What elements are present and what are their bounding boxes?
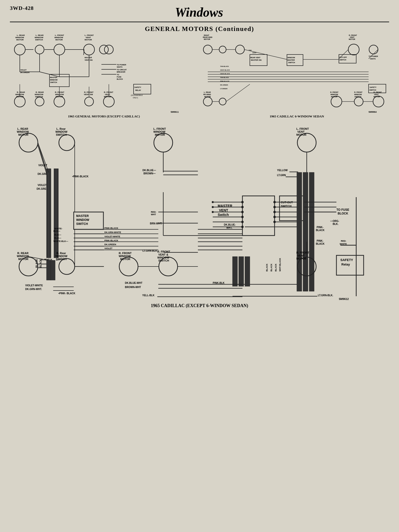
svg-text:SWITCH: SWITCH bbox=[76, 222, 88, 226]
svg-text:LT.GRN-BLK.: LT.GRN-BLK. bbox=[318, 294, 333, 297]
svg-text:VENT SW.: VENT SW. bbox=[85, 59, 93, 61]
svg-text:REAR WND: REAR WND bbox=[203, 36, 212, 38]
svg-text:MASTER: MASTER bbox=[50, 77, 57, 78]
svg-text:MOTOR: MOTOR bbox=[349, 38, 355, 40]
svg-text:R. FRONT: R. FRONT bbox=[119, 252, 132, 255]
svg-text:SAFETY: SAFETY bbox=[370, 86, 376, 88]
svg-text:MOTOR: MOTOR bbox=[296, 257, 306, 260]
svg-text:MASTER: MASTER bbox=[85, 57, 92, 58]
svg-text:SAFETY: SAFETY bbox=[340, 258, 353, 262]
svg-line-337 bbox=[38, 143, 49, 172]
svg-text:R. FRONT: R. FRONT bbox=[330, 91, 339, 93]
svg-text:SWITCH: SWITCH bbox=[339, 59, 346, 61]
svg-text:WINDOW: WINDOW bbox=[119, 255, 131, 258]
svg-text:WINDOW: WINDOW bbox=[17, 255, 29, 258]
svg-text:5M9611: 5M9611 bbox=[171, 111, 179, 113]
svg-text:VENT: VENT bbox=[350, 36, 354, 38]
top-diagrams: L. REAR WINDOW MOTOR L. REAR WINDOW SWIT… bbox=[10, 35, 389, 121]
svg-text:VENT: VENT bbox=[219, 208, 228, 212]
svg-text:RR WIND: RR WIND bbox=[203, 94, 211, 95]
svg-text:BLK—: BLK— bbox=[53, 230, 60, 232]
svg-point-71 bbox=[99, 45, 108, 54]
svg-text:WINDOW: WINDOW bbox=[50, 79, 58, 81]
svg-text:BROWN-WHT: BROWN-WHT bbox=[125, 286, 141, 289]
svg-text:SAFETY: SAFETY bbox=[134, 86, 141, 88]
svg-text:SWITCH: SWITCH bbox=[35, 96, 43, 98]
left-diagram-svg: L. REAR WINDOW MOTOR L. REAR WINDOW SWIT… bbox=[10, 35, 198, 114]
svg-text:VENTS: VENTS bbox=[370, 58, 376, 60]
svg-text:R. FRONT: R. FRONT bbox=[296, 251, 309, 254]
svg-point-112 bbox=[331, 96, 342, 107]
svg-text:L. REAR: L. REAR bbox=[17, 127, 28, 130]
svg-text:R. FRONT: R. FRONT bbox=[374, 91, 382, 93]
svg-text:L. FRONT: L. FRONT bbox=[153, 127, 166, 130]
svg-text:SWITCH: SWITCH bbox=[158, 259, 169, 262]
svg-point-0 bbox=[14, 44, 25, 55]
svg-text:WINDOW: WINDOW bbox=[153, 130, 165, 133]
svg-text:L. FRONT: L. FRONT bbox=[85, 35, 94, 36]
svg-text:R. REAR: R. REAR bbox=[36, 91, 44, 93]
svg-text:L. REAR: L. REAR bbox=[17, 35, 25, 36]
svg-text:VENT: VENT bbox=[105, 93, 110, 96]
svg-rect-182 bbox=[47, 260, 51, 280]
svg-point-299 bbox=[241, 201, 244, 203]
svg-text:WHITE-: WHITE- bbox=[54, 227, 62, 230]
svg-text:MOTOR: MOTOR bbox=[18, 258, 28, 261]
page: 3WD-428 Windows GENERAL MOTORS (Continue… bbox=[0, 0, 399, 532]
svg-text:PINK-: PINK- bbox=[317, 239, 323, 242]
main-diagram-caption: 1965 CADILLAC (EXCEPT 6-WINDOW SEDAN) bbox=[10, 303, 389, 308]
svg-point-79 bbox=[348, 44, 359, 55]
svg-text:BROWN—: BROWN— bbox=[143, 172, 156, 175]
svg-point-304 bbox=[241, 226, 244, 228]
svg-text:MOTOR: MOTOR bbox=[331, 96, 337, 98]
svg-text:VENT: VENT bbox=[86, 36, 91, 39]
svg-text:RED-: RED- bbox=[341, 240, 346, 242]
svg-point-44 bbox=[35, 97, 44, 106]
page-header: 3WD-428 Windows bbox=[10, 5, 389, 22]
svg-text:SWITCH: SWITCH bbox=[35, 39, 43, 41]
svg-text:BLK.: BLK. bbox=[333, 223, 339, 225]
svg-text:VIOLET-WHITE: VIOLET-WHITE bbox=[25, 284, 43, 287]
svg-text:L. REAR: L. REAR bbox=[36, 35, 44, 36]
svg-text:(OLDSMOBILE: (OLDSMOBILE bbox=[131, 94, 143, 96]
svg-text:BLK—: BLK— bbox=[54, 237, 61, 239]
svg-text:WINDOW: WINDOW bbox=[76, 218, 89, 222]
svg-text:LT.GRN-BLK: LT.GRN-BLK bbox=[142, 249, 157, 252]
svg-text:BREAKER: BREAKER bbox=[117, 71, 125, 73]
svg-text:5M9612: 5M9612 bbox=[339, 297, 349, 300]
svg-text:TAN-BLACK: TAN-BLACK bbox=[220, 66, 229, 67]
svg-text:BLOCK: BLOCK bbox=[338, 212, 348, 215]
svg-text:BRN-WHT.: BRN-WHT. bbox=[150, 222, 162, 225]
svg-point-302 bbox=[241, 216, 244, 218]
svg-text:MASTER: MASTER bbox=[287, 59, 295, 61]
svg-text:Relay: Relay bbox=[341, 263, 350, 266]
svg-text:MOTOR: MOTOR bbox=[16, 96, 24, 98]
svg-point-111 bbox=[219, 98, 226, 105]
svg-point-3 bbox=[84, 44, 94, 55]
svg-text:SWITCH: SWITCH bbox=[50, 81, 57, 83]
svg-text:LT.GREEN: LT.GREEN bbox=[220, 88, 227, 89]
svg-rect-242 bbox=[242, 196, 275, 236]
left-diagram-caption: 1965 GENERAL MOTORS (EXCEPT CADILLAC) bbox=[10, 114, 198, 118]
svg-line-128 bbox=[226, 84, 250, 102]
svg-text:5M9964: 5M9964 bbox=[369, 111, 377, 113]
svg-text:TO POWER: TO POWER bbox=[369, 55, 378, 57]
svg-text:WINDOW: WINDOW bbox=[330, 94, 338, 95]
svg-text:WINDOW: WINDOW bbox=[55, 130, 68, 133]
svg-text:VIOLET: VIOLET bbox=[104, 247, 113, 250]
svg-text:MOTOR: MOTOR bbox=[204, 96, 211, 98]
svg-text:WINDOW: WINDOW bbox=[287, 57, 295, 58]
svg-text:VENT: VENT bbox=[374, 94, 379, 95]
svg-text:L. FRONT: L. FRONT bbox=[296, 127, 309, 130]
svg-text:MOTOR: MOTOR bbox=[120, 258, 130, 261]
page-code: 3WD-428 bbox=[10, 5, 34, 11]
section-title: GENERAL MOTORS (Continued) bbox=[10, 25, 389, 33]
svg-text:WHT-BLACK: WHT-BLACK bbox=[279, 258, 281, 271]
svg-text:R. FRONT: R. FRONT bbox=[157, 250, 170, 253]
svg-text:R. FRONT: R. FRONT bbox=[55, 91, 64, 93]
svg-text:SWITCH: SWITCH bbox=[369, 89, 376, 91]
svg-point-197 bbox=[59, 259, 75, 274]
svg-text:VIOLET: VIOLET bbox=[38, 184, 47, 186]
svg-text:WINDOW: WINDOW bbox=[54, 36, 63, 39]
svg-text:WHT: WHT bbox=[151, 213, 156, 216]
